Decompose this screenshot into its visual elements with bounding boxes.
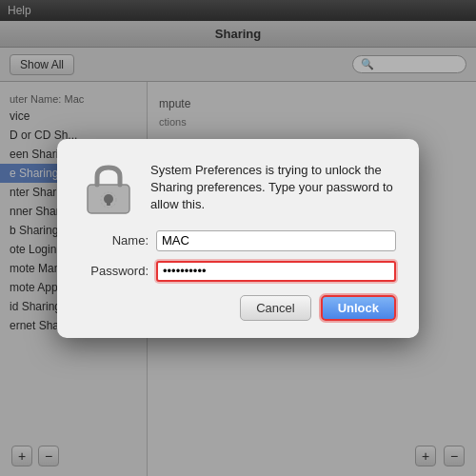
dialog-top: System Preferences is trying to unlock t… [80,158,396,215]
lock-icon [80,158,137,215]
password-label: Password: [80,264,149,278]
password-row: Password: [80,261,396,282]
password-input[interactable] [156,261,396,282]
modal-overlay: System Preferences is trying to unlock t… [0,0,476,476]
name-label: Name: [80,233,149,248]
unlock-button[interactable]: Unlock [321,295,396,321]
name-row: Name: [80,230,396,251]
cancel-button[interactable]: Cancel [240,295,310,321]
name-input[interactable] [156,230,396,251]
dialog-buttons: Cancel Unlock [80,295,396,321]
svg-rect-2 [107,199,110,206]
authentication-dialog: System Preferences is trying to unlock t… [57,139,419,338]
background-window: Help Sharing Show All 🔍 uter Name: Mac v… [0,0,476,476]
dialog-message: System Preferences is trying to unlock t… [150,158,396,214]
